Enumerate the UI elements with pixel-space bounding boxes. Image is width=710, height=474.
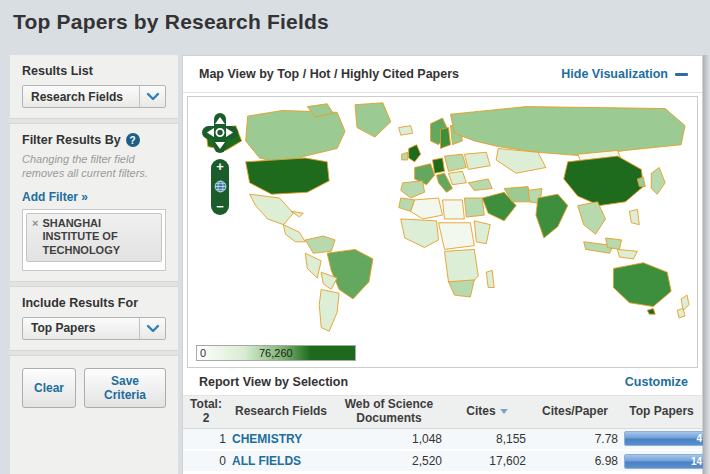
field-link-chemistry[interactable]: CHEMISTRY — [232, 432, 302, 446]
zoom-in-icon[interactable]: + — [216, 160, 224, 173]
pan-arrows-icon — [202, 113, 238, 153]
add-filter-link[interactable]: Add Filter » — [22, 190, 88, 204]
legend-min-value: 0 — [200, 347, 206, 359]
include-results-section: Include Results For Top Papers — [10, 287, 178, 350]
include-results-selected: Top Papers — [23, 321, 139, 335]
sort-desc-icon — [500, 409, 508, 414]
row-cites: 17,602 — [445, 450, 529, 472]
top-papers-value: 14 — [691, 456, 702, 467]
world-map[interactable]: + − 0 76,260 — [187, 96, 698, 368]
table-row[interactable]: 0 ALL FIELDS 2,520 17,602 6.98 14 — [183, 450, 702, 472]
remove-filter-icon[interactable]: × — [32, 217, 38, 230]
map-header: Map View by Top / Hot / Highly Cited Pap… — [183, 56, 702, 93]
total-header: Total: 2 — [183, 396, 229, 428]
page-title: Top Papers by Research Fields — [13, 10, 329, 34]
col-cites-sort[interactable]: Cites — [445, 396, 529, 428]
sidebar: Results List Research Fields Filter Resu… — [10, 55, 178, 474]
row-cites: 8,155 — [445, 428, 529, 450]
clear-button[interactable]: Clear — [22, 368, 76, 408]
filter-results-label: Filter Results By — [22, 133, 121, 147]
report-table: Total: 2 Research Fields Web of Science … — [183, 396, 702, 473]
map-pan-control[interactable] — [202, 113, 238, 153]
row-documents: 2,520 — [333, 450, 445, 472]
col-cites-per-paper: Cites/Paper — [529, 396, 621, 428]
col-research-fields: Research Fields — [229, 396, 333, 428]
choropleth-map[interactable] — [188, 99, 697, 337]
hide-visualization-link[interactable]: Hide Visualization — [561, 67, 688, 81]
report-header: Report View by Selection Customize — [183, 368, 702, 396]
row-field: CHEMISTRY — [229, 428, 333, 450]
map-color-scale: 0 76,260 — [196, 345, 356, 361]
include-results-label: Include Results For — [22, 296, 166, 310]
results-list-selected: Research Fields — [23, 90, 139, 104]
row-rank: 0 — [183, 450, 229, 472]
main-panel: Map View by Top / Hot / Highly Cited Pap… — [182, 55, 703, 474]
scrollbar-track[interactable] — [703, 55, 710, 474]
map-view-title: Map View by Top / Hot / Highly Cited Pap… — [199, 67, 459, 81]
results-list-label: Results List — [22, 64, 166, 78]
field-link-all-fields[interactable]: ALL FIELDS — [232, 454, 301, 468]
table-header-row: Total: 2 Research Fields Web of Science … — [183, 396, 702, 428]
page: Top Papers by Research Fields Results Li… — [0, 0, 710, 474]
customize-link[interactable]: Customize — [625, 375, 688, 389]
row-top-papers-bar-cell: 14 — [621, 450, 702, 472]
hide-visualization-label: Hide Visualization — [561, 67, 668, 81]
table-row[interactable]: 1 CHEMISTRY 1,048 8,155 7.78 4 — [183, 428, 702, 450]
results-list-dropdown[interactable]: Research Fields — [22, 85, 166, 108]
top-papers-value: 4 — [696, 433, 702, 444]
legend-max-value: 76,260 — [259, 347, 293, 359]
page-header: Top Papers by Research Fields — [0, 0, 710, 55]
row-documents: 1,048 — [333, 428, 445, 450]
results-list-section: Results List Research Fields — [10, 55, 178, 118]
top-papers-bar[interactable]: 14 — [624, 454, 706, 469]
row-cites-per-paper: 6.98 — [529, 450, 621, 472]
criteria-buttons: Clear Save Criteria — [10, 356, 178, 418]
top-papers-bar[interactable]: 4 — [624, 431, 706, 446]
filter-section: Filter Results By ? Changing the filter … — [10, 124, 178, 281]
minus-icon — [675, 73, 688, 76]
zoom-out-icon[interactable]: − — [216, 200, 224, 213]
row-top-papers-bar-cell: 4 — [621, 428, 702, 450]
include-results-dropdown[interactable]: Top Papers — [22, 317, 166, 340]
chevron-down-icon[interactable] — [139, 86, 165, 107]
row-field: ALL FIELDS — [229, 450, 333, 472]
save-criteria-button[interactable]: Save Criteria — [84, 368, 166, 408]
filter-note: Changing the filter field removes all cu… — [22, 152, 166, 181]
globe-icon[interactable] — [214, 180, 227, 193]
row-cites-per-paper: 7.78 — [529, 428, 621, 450]
chevron-down-icon[interactable] — [139, 318, 165, 339]
col-top-papers: Top Papers — [621, 396, 702, 428]
report-view-title: Report View by Selection — [199, 375, 348, 389]
filter-box: × SHANGHAI INSTITUTE OF TECHNOLOGY — [22, 209, 166, 271]
filter-tag-label: SHANGHAI INSTITUTE OF TECHNOLOGY — [42, 217, 156, 258]
map-zoom-control[interactable]: + − — [211, 159, 229, 215]
filter-tag[interactable]: × SHANGHAI INSTITUTE OF TECHNOLOGY — [26, 213, 162, 262]
col-wos-documents: Web of Science Documents — [333, 396, 445, 428]
help-icon[interactable]: ? — [126, 133, 140, 147]
row-rank: 1 — [183, 428, 229, 450]
